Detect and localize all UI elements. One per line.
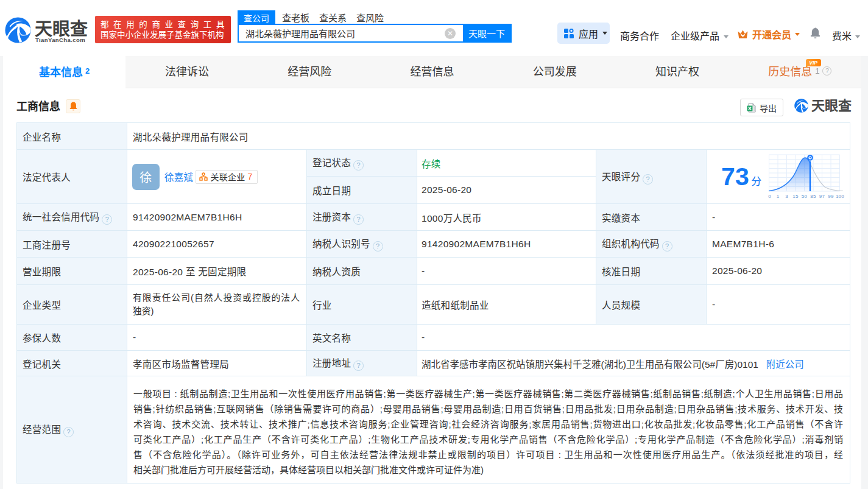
svg-text:15: 15	[792, 194, 799, 199]
svg-text:99: 99	[828, 194, 834, 199]
svg-text:97: 97	[819, 194, 825, 199]
svg-text:100: 100	[836, 194, 844, 199]
svg-text:85: 85	[810, 194, 816, 199]
svg-text:3: 3	[785, 194, 788, 199]
svg-text:50: 50	[802, 194, 808, 199]
svg-text:1: 1	[777, 194, 780, 199]
svg-text:0: 0	[768, 194, 771, 199]
